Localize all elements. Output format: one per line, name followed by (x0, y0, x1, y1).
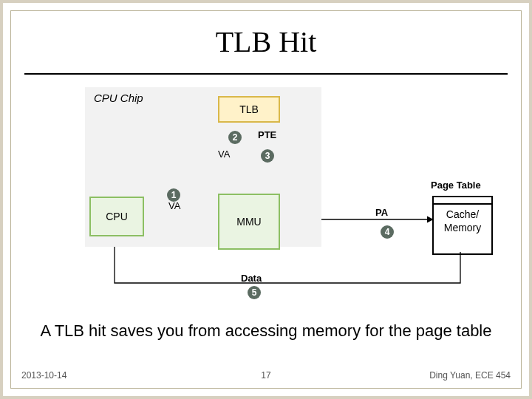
caption-text: A TLB hit saves you from accessing memor… (11, 321, 521, 341)
step-4-marker: 4 (381, 225, 394, 239)
cpu-chip-label: CPU Chip (94, 92, 143, 104)
step-3-marker: 3 (261, 149, 274, 163)
va-label-2: VA (218, 149, 230, 160)
va-label-1: VA (168, 200, 180, 211)
cache-line1: Cache/ (446, 208, 479, 220)
cpu-block: CPU (89, 197, 144, 236)
data-label: Data (241, 273, 262, 284)
cache-memory-block: Cache/ Memory (432, 203, 493, 255)
pa-label: PA (375, 207, 388, 218)
footer-credit: Ding Yuan, ECE 454 (429, 370, 511, 381)
cache-line2: Memory (444, 222, 482, 233)
pte-label: PTE (258, 129, 276, 140)
slide-inner: TLB Hit CPU Chip TLB CPU MMU Page Table … (10, 10, 522, 389)
page-table-label: Page Table (431, 180, 481, 191)
cpu-chip-region: CPU Chip TLB CPU MMU (85, 87, 321, 247)
slide-frame: TLB Hit CPU Chip TLB CPU MMU Page Table … (0, 0, 532, 399)
step-5-marker: 5 (248, 286, 261, 299)
mmu-block: MMU (218, 194, 280, 250)
step-2-marker: 2 (228, 131, 242, 144)
tlb-block: TLB (218, 96, 280, 123)
